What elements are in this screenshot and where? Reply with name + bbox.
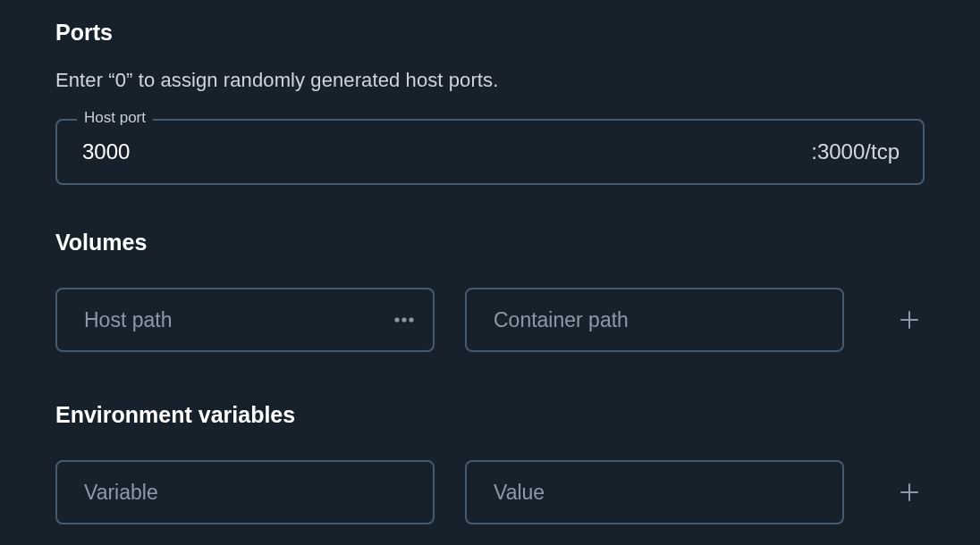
- ports-title: Ports: [55, 20, 925, 46]
- env-variable-field-wrapper: [55, 460, 435, 524]
- env-value-field-wrapper: [465, 460, 844, 524]
- ellipsis-icon[interactable]: [393, 309, 415, 331]
- host-path-field-wrapper: [55, 288, 435, 352]
- host-port-input[interactable]: [82, 139, 811, 164]
- host-port-fieldset: Host port :3000/tcp: [55, 119, 925, 185]
- ports-help-text: Enter “0” to assign randomly generated h…: [55, 69, 925, 92]
- env-title: Environment variables: [55, 402, 925, 428]
- svg-point-1: [401, 317, 406, 322]
- host-path-input[interactable]: [84, 308, 393, 332]
- container-path-field-wrapper: [465, 288, 844, 352]
- host-port-label: Host port: [77, 109, 153, 127]
- container-port-label: :3000/tcp: [811, 139, 900, 164]
- svg-point-0: [394, 317, 399, 322]
- svg-point-2: [409, 317, 413, 322]
- container-path-input[interactable]: [494, 308, 824, 332]
- env-variable-input[interactable]: [84, 481, 415, 505]
- env-value-input[interactable]: [494, 481, 824, 505]
- add-volume-button[interactable]: plus-icon: [894, 300, 925, 340]
- add-env-button[interactable]: plus-icon: [894, 473, 925, 512]
- volumes-title: Volumes: [55, 230, 925, 256]
